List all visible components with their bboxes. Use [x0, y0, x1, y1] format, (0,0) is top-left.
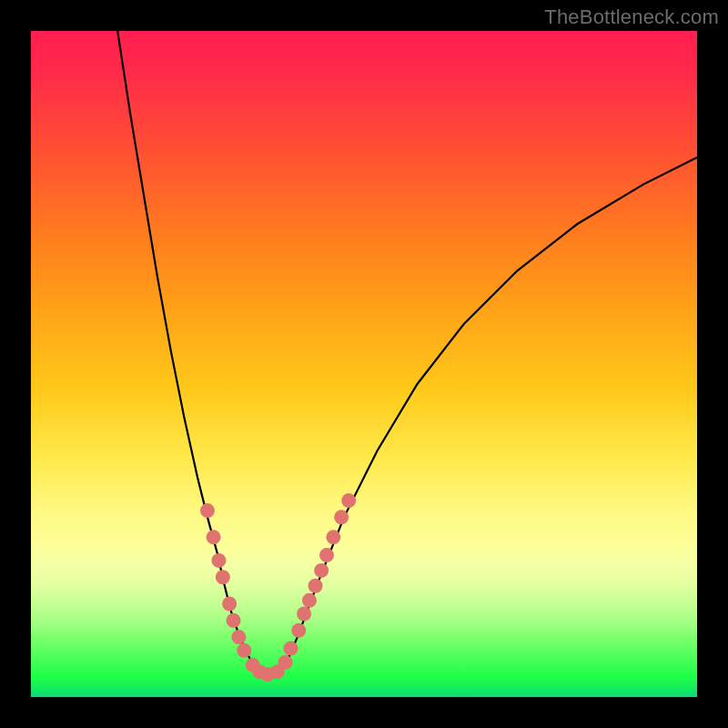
- data-marker: [200, 503, 215, 518]
- data-marker: [326, 530, 340, 544]
- data-marker: [231, 630, 246, 644]
- plot-area: [31, 31, 697, 697]
- data-marker: [297, 607, 311, 622]
- data-marker: [207, 530, 221, 544]
- data-marker: [302, 593, 317, 608]
- data-marker: [283, 642, 298, 656]
- data-marker: [237, 643, 251, 658]
- data-marker: [291, 623, 306, 638]
- chart-frame: TheBottleneck.com: [0, 0, 728, 728]
- bottleneck-curve: [117, 31, 697, 675]
- data-marker: [319, 548, 334, 562]
- data-marker: [211, 553, 226, 568]
- data-marker: [227, 613, 241, 628]
- data-marker: [216, 570, 230, 584]
- watermark-text: TheBottleneck.com: [544, 5, 719, 29]
- data-marker: [308, 579, 323, 593]
- data-marker: [314, 563, 329, 578]
- data-marker: [341, 493, 356, 508]
- chart-svg: [31, 31, 697, 697]
- data-marker: [222, 597, 237, 612]
- data-marker: [278, 655, 293, 670]
- data-marker: [334, 510, 349, 524]
- marker-group: [200, 493, 356, 682]
